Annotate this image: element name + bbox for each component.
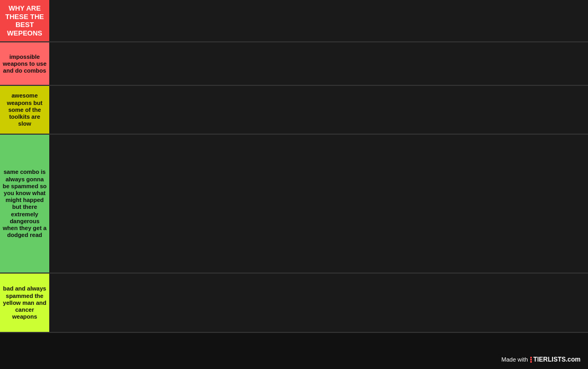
tier-label-text-header: WHY ARE THESE THE BEST WEPEONS: [2, 4, 47, 37]
tier-label-s: impossible weapons to use and do combos: [0, 42, 49, 85]
tier-row-c: bad and always spammed the yellow man an…: [0, 274, 588, 333]
tier-content-c: [49, 274, 588, 332]
tier-label-text-c: bad and always spammed the yellow man an…: [2, 285, 47, 320]
tier-row-header: WHY ARE THESE THE BEST WEPEONS: [0, 0, 588, 42]
tier-label-c: bad and always spammed the yellow man an…: [0, 274, 49, 332]
tier-label-text-b: same combo is always gonna be spammed so…: [2, 169, 47, 239]
tier-label-b: same combo is always gonna be spammed so…: [0, 135, 49, 273]
tier-label-text-a: awesome weapons but some of the toolkits…: [2, 92, 47, 127]
tier-content-s: [49, 42, 588, 85]
tier-label-a: awesome weapons but some of the toolkits…: [0, 86, 49, 134]
watermark: Made with TIERLISTS.com: [498, 354, 584, 365]
tier-content-a: [49, 86, 588, 134]
tier-label-text-s: impossible weapons to use and do combos: [2, 54, 47, 75]
tier-content-header: [49, 0, 588, 41]
tier-row-a: awesome weapons but some of the toolkits…: [0, 86, 588, 135]
watermark-icon: [530, 357, 532, 363]
tier-list: WHY ARE THESE THE BEST WEPEONS impossibl…: [0, 0, 588, 333]
tier-row-s: impossible weapons to use and do combos: [0, 42, 588, 86]
watermark-logo: TIERLISTS.com: [530, 356, 581, 363]
tier-label-header: WHY ARE THESE THE BEST WEPEONS: [0, 0, 49, 41]
watermark-made-with: Made with: [502, 356, 528, 363]
tier-row-b: same combo is always gonna be spammed so…: [0, 135, 588, 274]
watermark-site: TIERLISTS.com: [533, 356, 581, 363]
tier-content-b: [49, 135, 588, 273]
